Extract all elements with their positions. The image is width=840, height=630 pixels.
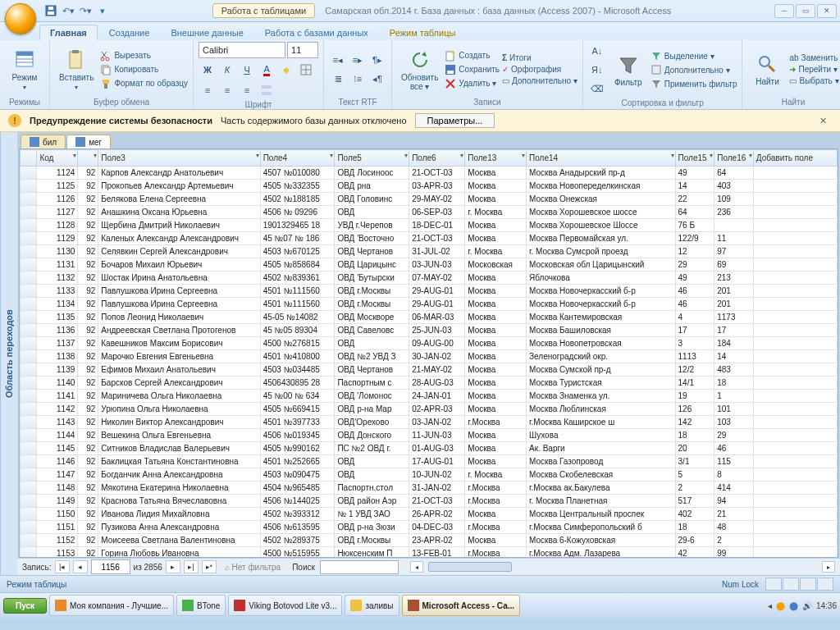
column-header[interactable]: Поле16▾ xyxy=(714,150,754,167)
prev-record-button[interactable]: ◂ xyxy=(73,560,88,573)
next-record-button[interactable]: ▸ xyxy=(166,560,180,573)
table-row[interactable]: 114592Ситников Владислав Валерьевич4505 … xyxy=(21,442,838,455)
first-record-button[interactable]: |◂ xyxy=(55,560,70,573)
undo-icon[interactable]: ↶▾ xyxy=(62,4,75,17)
office-orb[interactable] xyxy=(5,3,36,34)
column-header[interactable]: Поле6▾ xyxy=(409,150,465,167)
selection-button[interactable]: Выделение ▾ xyxy=(651,49,737,62)
row-selector[interactable] xyxy=(21,403,37,416)
totals-button[interactable]: ΣИтоги xyxy=(502,52,578,63)
table-row[interactable]: 114392Николин Виктор Александрович4501 №… xyxy=(21,416,838,429)
table-row[interactable]: 113892Марочко Евгения Евгеньевна4501 №41… xyxy=(21,350,838,363)
column-header[interactable]: Поле14▾ xyxy=(527,150,676,167)
table-row[interactable]: 114192Мариничева Ольга Николаевна45 №00 … xyxy=(21,390,838,403)
horizontal-scrollbar[interactable]: ◂▸ xyxy=(410,561,835,573)
table-row[interactable]: 114992Краснова Татьяна Вячеславовна4506 … xyxy=(21,495,838,508)
taskbar-item[interactable]: Моя компания - Лучшие... xyxy=(49,595,174,616)
table-row[interactable]: 113392Павлушкова Ирина Сергеевна4501 №11… xyxy=(21,285,838,298)
tab-dbtools[interactable]: Работа с базами данных xyxy=(255,25,378,40)
table-row[interactable]: 114692Баклицкая Татьяна Константиновна45… xyxy=(21,455,838,468)
column-header[interactable]: Поле4▾ xyxy=(260,150,335,167)
table-row[interactable]: 115292Моисеева Светлана Валентиновна4502… xyxy=(21,534,838,547)
row-selector[interactable] xyxy=(21,167,37,180)
row-selector[interactable] xyxy=(21,311,37,324)
qat-customize-icon[interactable]: ▾ xyxy=(96,4,109,17)
font-family-select[interactable]: Calibri xyxy=(199,42,285,58)
column-header[interactable]: Поле5▾ xyxy=(335,150,409,167)
bullets-button[interactable]: ⁝≡ xyxy=(349,70,367,88)
data-grid[interactable]: Код▾▾Поле3▾Поле4▾Поле5▾Поле6▾Поле13▾Поле… xyxy=(20,149,838,558)
row-selector[interactable] xyxy=(21,206,37,219)
row-selector[interactable] xyxy=(21,416,37,429)
italic-button[interactable]: К xyxy=(218,61,236,79)
table-row[interactable]: 114292Урюпина Ольга Николаевна4505 №6694… xyxy=(21,403,838,416)
table-row[interactable]: 112992Каленых Александр Александрович45 … xyxy=(21,232,838,245)
table-row[interactable]: 113992Ефимов Михаил Анатольевич4503 №034… xyxy=(21,363,838,377)
new-button[interactable]: Создать xyxy=(445,49,500,62)
increase-indent-button[interactable]: ≡▸ xyxy=(349,51,367,69)
clear-sort-button[interactable]: ⌫ xyxy=(588,80,606,98)
redo-icon[interactable]: ↷▾ xyxy=(79,4,92,17)
spelling-button[interactable]: ✓Орфография xyxy=(502,64,578,75)
row-selector[interactable] xyxy=(21,468,37,482)
row-selector[interactable] xyxy=(21,534,37,547)
table-row[interactable]: 115392Горина Любовь Ивановна4500 №515955… xyxy=(21,547,838,559)
start-button[interactable]: Пуск xyxy=(3,598,47,614)
column-header[interactable]: Поле15▾ xyxy=(675,150,714,167)
taskbar-item-active[interactable]: Microsoft Access - Са... xyxy=(402,595,521,616)
tab-create[interactable]: Создание xyxy=(99,25,160,40)
row-selector[interactable] xyxy=(21,377,37,390)
row-selector[interactable] xyxy=(21,180,37,193)
clock[interactable]: 14:36 xyxy=(816,601,837,610)
row-selector[interactable] xyxy=(21,508,37,521)
view-button[interactable]: Режим▾ xyxy=(5,47,44,93)
last-record-button[interactable]: ▸| xyxy=(184,560,199,573)
column-header[interactable] xyxy=(21,150,37,167)
row-selector[interactable] xyxy=(21,324,37,337)
align-right-button[interactable]: ≡ xyxy=(238,81,256,99)
table-row[interactable]: 113792Кавешников Максим Борисович4500 №2… xyxy=(21,337,838,350)
new-record-button[interactable]: ▸* xyxy=(202,560,217,573)
table-row[interactable]: 115192Пузикова Анна Александровна4506 №6… xyxy=(21,521,838,534)
align-center-button[interactable]: ≡ xyxy=(218,81,236,99)
row-selector[interactable] xyxy=(21,298,37,311)
select-button[interactable]: ▭Выбрать ▾ xyxy=(789,75,838,86)
save-record-button[interactable]: Сохранить xyxy=(445,63,500,76)
tab-home[interactable]: Главная xyxy=(39,25,98,40)
record-number-input[interactable] xyxy=(91,559,130,574)
table-row[interactable]: 112592Прокопьев Александр Артемьевич4505… xyxy=(21,180,838,193)
row-selector[interactable] xyxy=(21,482,37,495)
close-button[interactable]: ✕ xyxy=(817,4,837,18)
row-selector[interactable] xyxy=(21,285,37,298)
table-row[interactable]: 114792Богданчик Анна Александровна4503 №… xyxy=(21,468,838,482)
tray-icon[interactable]: ◂ xyxy=(768,601,772,610)
row-selector[interactable] xyxy=(21,337,37,350)
table-row[interactable]: 113692Андреевская Светлана Протогенов45 … xyxy=(21,324,838,337)
delete-button[interactable]: Удалить ▾ xyxy=(445,77,500,90)
table-row[interactable]: 112892Щербина Дмитрий Николаевич19013294… xyxy=(21,219,838,232)
taskbar-item[interactable]: BTone xyxy=(176,595,226,616)
advanced-filter-button[interactable]: Дополнительно ▾ xyxy=(651,63,737,76)
paste-button[interactable]: Вставить▾ xyxy=(55,47,98,93)
align-left-button[interactable]: ≡ xyxy=(199,81,217,99)
find-button[interactable]: Найти xyxy=(747,51,787,88)
bold-button[interactable]: Ж xyxy=(199,61,217,79)
cut-button[interactable]: Вырезать xyxy=(100,49,188,62)
decrease-indent-button[interactable]: ≡◂ xyxy=(329,51,347,69)
alt-fill-button[interactable] xyxy=(258,81,276,99)
font-size-select[interactable]: 11 xyxy=(287,42,318,58)
search-input[interactable] xyxy=(320,560,399,574)
security-options-button[interactable]: Параметры... xyxy=(415,113,495,128)
table-row[interactable]: 112792Анашкина Оксана Юрьевна4506 № 0929… xyxy=(21,206,838,219)
row-selector[interactable] xyxy=(21,272,37,285)
sort-asc-button[interactable]: А↓ xyxy=(588,42,606,60)
taskbar-item[interactable]: Viking Botovod Lite v3... xyxy=(228,595,342,616)
refresh-all-button[interactable]: Обновить все ▾ xyxy=(397,47,442,93)
row-selector[interactable] xyxy=(21,219,37,232)
view-switcher[interactable] xyxy=(765,578,833,591)
table-row[interactable]: 113192Бочаров Михаил Юрьевич4505 №858684… xyxy=(21,258,838,272)
rtl-button[interactable]: ◂¶ xyxy=(368,70,386,88)
minimize-button[interactable]: ─ xyxy=(774,4,794,18)
row-selector[interactable] xyxy=(21,495,37,508)
table-row[interactable]: 114892Мякотина Екатерина Николаевна4504 … xyxy=(21,482,838,495)
